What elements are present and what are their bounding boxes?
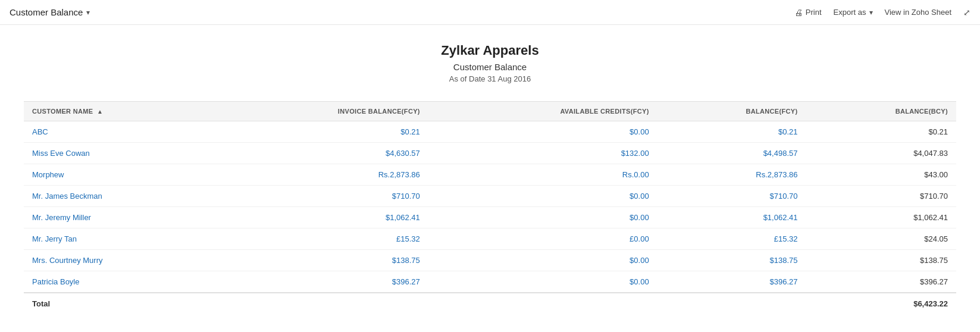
top-bar-right: 🖨 Print Export as ▾ View in Zoho Sheet ⤢	[794, 8, 970, 17]
report-dropdown[interactable]: Customer Balance ▾	[10, 7, 90, 17]
col-invoice-balance: INVOICE BALANCE(FCY)	[214, 102, 428, 121]
customer-name-cell[interactable]: Miss Eve Cowan	[24, 143, 214, 164]
available-credits-fcy-cell: Rs.0.00	[428, 164, 657, 186]
balance-fcy-cell: $0.21	[657, 121, 806, 143]
available-credits-fcy-cell: $132.00	[428, 143, 657, 164]
available-credits-fcy-cell: $0.00	[428, 271, 657, 293]
total-available-credits	[428, 293, 657, 314]
customer-name-cell[interactable]: Patricia Boyle	[24, 271, 214, 293]
invoice-balance-fcy-cell: £15.32	[214, 228, 428, 250]
balance-fcy-cell: $4,498.57	[657, 143, 806, 164]
top-bar: Customer Balance ▾ 🖨 Print Export as ▾ V…	[0, 0, 980, 25]
balance-fcy-cell: £15.32	[657, 228, 806, 250]
report-name: Customer Balance	[24, 62, 956, 72]
col-balance-bcy: BALANCE(BCY)	[806, 102, 956, 121]
table-row: Miss Eve Cowan$4,630.57$132.00$4,498.57$…	[24, 143, 956, 164]
total-balance-bcy: $6,423.22	[806, 293, 956, 314]
balance-bcy-cell: $138.75	[806, 250, 956, 271]
available-credits-fcy-cell: $0.00	[428, 207, 657, 228]
invoice-balance-fcy-cell: $4,630.57	[214, 143, 428, 164]
customer-name-cell[interactable]: Morphew	[24, 164, 214, 186]
table-row: Mr. James Beckman$710.70$0.00$710.70$710…	[24, 186, 956, 207]
main-content: Zylkar Apparels Customer Balance As of D…	[0, 25, 980, 326]
total-row: Total $6,423.22	[24, 293, 956, 314]
table-row: ABC$0.21$0.00$0.21$0.21	[24, 121, 956, 143]
export-action[interactable]: Export as ▾	[834, 8, 873, 17]
invoice-balance-fcy-cell: $0.21	[214, 121, 428, 143]
expand-icon: ⤢	[963, 8, 970, 17]
table-body: ABC$0.21$0.00$0.21$0.21Miss Eve Cowan$4,…	[24, 121, 956, 293]
balance-bcy-cell: $710.70	[806, 186, 956, 207]
available-credits-fcy-cell: $0.00	[428, 250, 657, 271]
col-balance-fcy: BALANCE(FCY)	[657, 102, 806, 121]
print-icon: 🖨	[794, 8, 803, 17]
customer-name-cell[interactable]: Mr. Jeremy Miller	[24, 207, 214, 228]
sort-arrow-icon: ▲	[97, 108, 103, 115]
customer-name-cell[interactable]: Mr. Jerry Tan	[24, 228, 214, 250]
balance-fcy-cell: $138.75	[657, 250, 806, 271]
export-label: Export as	[834, 8, 866, 17]
balance-fcy-cell: Rs.2,873.86	[657, 164, 806, 186]
customer-name-cell[interactable]: ABC	[24, 121, 214, 143]
invoice-balance-fcy-cell: Rs.2,873.86	[214, 164, 428, 186]
total-balance-fcy	[657, 293, 806, 314]
table-header: CUSTOMER NAME ▲ INVOICE BALANCE(FCY) AVA…	[24, 102, 956, 121]
table-footer: Total $6,423.22	[24, 293, 956, 314]
table-row: Mr. Jeremy Miller$1,062.41$0.00$1,062.41…	[24, 207, 956, 228]
report-header: Zylkar Apparels Customer Balance As of D…	[24, 43, 956, 83]
customer-name-cell[interactable]: Mr. James Beckman	[24, 186, 214, 207]
balance-bcy-cell: $0.21	[806, 121, 956, 143]
expand-action[interactable]: ⤢	[963, 8, 970, 17]
table-row: MorphewRs.2,873.86Rs.0.00Rs.2,873.86$43.…	[24, 164, 956, 186]
invoice-balance-fcy-cell: $710.70	[214, 186, 428, 207]
balance-bcy-cell: $1,062.41	[806, 207, 956, 228]
header-row: CUSTOMER NAME ▲ INVOICE BALANCE(FCY) AVA…	[24, 102, 956, 121]
balance-bcy-cell: $396.27	[806, 271, 956, 293]
report-dropdown-label: Customer Balance	[10, 7, 83, 17]
top-bar-left: Customer Balance ▾	[10, 7, 90, 17]
invoice-balance-fcy-cell: $1,062.41	[214, 207, 428, 228]
zoho-sheet-action[interactable]: View in Zoho Sheet	[885, 8, 952, 17]
balance-bcy-cell: $4,047.83	[806, 143, 956, 164]
balance-fcy-cell: $710.70	[657, 186, 806, 207]
available-credits-fcy-cell: $0.00	[428, 186, 657, 207]
invoice-balance-fcy-cell: $396.27	[214, 271, 428, 293]
available-credits-fcy-cell: $0.00	[428, 121, 657, 143]
chevron-down-icon: ▾	[86, 8, 90, 17]
export-chevron-icon: ▾	[869, 8, 873, 17]
table-row: Patricia Boyle$396.27$0.00$396.27$396.27	[24, 271, 956, 293]
invoice-balance-fcy-cell: $138.75	[214, 250, 428, 271]
balance-fcy-cell: $396.27	[657, 271, 806, 293]
customer-balance-table: CUSTOMER NAME ▲ INVOICE BALANCE(FCY) AVA…	[24, 101, 956, 314]
table-row: Mr. Jerry Tan£15.32£0.00£15.32$24.05	[24, 228, 956, 250]
balance-fcy-cell: $1,062.41	[657, 207, 806, 228]
print-action[interactable]: 🖨 Print	[794, 8, 822, 17]
col-customer-name: CUSTOMER NAME ▲	[24, 102, 214, 121]
available-credits-fcy-cell: £0.00	[428, 228, 657, 250]
total-label: Total	[24, 293, 214, 314]
balance-bcy-cell: $43.00	[806, 164, 956, 186]
company-name: Zylkar Apparels	[24, 43, 956, 58]
table-row: Mrs. Courtney Murry$138.75$0.00$138.75$1…	[24, 250, 956, 271]
report-date: As of Date 31 Aug 2016	[24, 74, 956, 83]
print-label: Print	[806, 8, 822, 17]
col-available-credits: AVAILABLE CREDITS(FCY)	[428, 102, 657, 121]
total-invoice-balance	[214, 293, 428, 314]
customer-name-cell[interactable]: Mrs. Courtney Murry	[24, 250, 214, 271]
sheet-label: View in Zoho Sheet	[885, 8, 952, 17]
balance-bcy-cell: $24.05	[806, 228, 956, 250]
